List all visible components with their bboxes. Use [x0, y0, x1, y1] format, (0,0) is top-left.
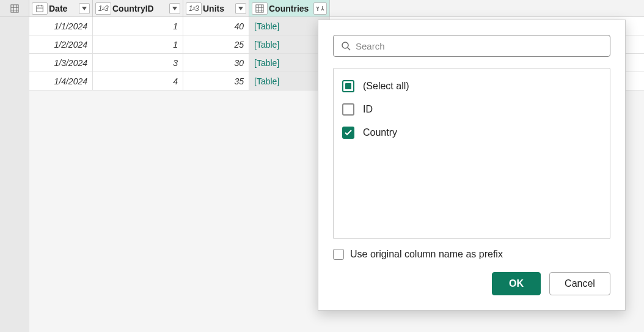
header-row: Date 123 CountryID 123 Units Countries [0, 0, 644, 17]
search-box[interactable] [333, 35, 610, 57]
cell-units[interactable]: 40 [183, 17, 249, 35]
column-header-countries[interactable]: Countries [249, 0, 330, 17]
row-number-gutter [0, 17, 29, 332]
svg-rect-0 [10, 4, 18, 12]
check-item-country[interactable]: Country [342, 121, 601, 144]
column-header-units[interactable]: 123 Units [183, 0, 249, 17]
filter-dropdown-icon[interactable] [169, 3, 180, 14]
number-type-icon: 123 [95, 2, 111, 15]
cell-date[interactable]: 1/2/2024 [29, 35, 93, 53]
check-label: ID [363, 104, 373, 115]
cell-date[interactable]: 1/4/2024 [29, 72, 93, 90]
checkbox-checked-icon[interactable] [342, 127, 354, 139]
calendar-icon [32, 2, 48, 15]
checkbox-unchecked-icon[interactable] [333, 249, 344, 260]
cell-units[interactable]: 35 [183, 72, 249, 90]
table-type-icon [252, 2, 268, 15]
ok-button[interactable]: OK [492, 272, 541, 295]
check-item-id[interactable]: ID [342, 98, 601, 121]
column-label: CountryID [112, 4, 167, 13]
search-input[interactable] [356, 41, 602, 51]
column-header-countryid[interactable]: 123 CountryID [93, 0, 183, 17]
cell-units[interactable]: 30 [183, 54, 249, 72]
number-type-icon: 123 [186, 2, 202, 15]
button-row: OK Cancel [333, 272, 610, 295]
cell-units[interactable]: 25 [183, 35, 249, 53]
column-header-date[interactable]: Date [29, 0, 93, 17]
filter-dropdown-icon[interactable] [235, 3, 246, 14]
checkbox-partial-icon[interactable] [342, 80, 354, 92]
check-item-select-all[interactable]: (Select all) [342, 75, 601, 98]
svg-line-15 [348, 48, 350, 50]
select-all-corner[interactable] [0, 0, 29, 17]
cell-date[interactable]: 1/3/2024 [29, 54, 93, 72]
cancel-button[interactable]: Cancel [549, 272, 610, 295]
cell-date[interactable]: 1/1/2024 [29, 17, 93, 35]
cell-countryid[interactable]: 1 [93, 17, 183, 35]
cell-countryid[interactable]: 3 [93, 54, 183, 72]
filter-dropdown-icon[interactable] [79, 3, 90, 14]
column-label: Countries [269, 4, 312, 13]
column-label: Units [203, 4, 233, 13]
check-label: (Select all) [363, 81, 409, 92]
check-label: Country [363, 127, 397, 138]
expand-columns-panel: (Select all) ID Country Use original col… [318, 20, 626, 311]
svg-rect-5 [37, 6, 43, 12]
svg-point-14 [342, 42, 348, 48]
prefix-option[interactable]: Use original column name as prefix [333, 249, 610, 260]
prefix-label: Use original column name as prefix [350, 249, 503, 260]
columns-checklist: (Select all) ID Country [333, 68, 610, 239]
table-icon [10, 4, 19, 13]
search-icon [341, 41, 351, 51]
column-label: Date [49, 4, 76, 13]
svg-rect-9 [256, 4, 263, 12]
checkbox-unchecked-icon[interactable] [342, 103, 354, 116]
cell-countryid[interactable]: 1 [93, 35, 183, 53]
expand-column-icon[interactable] [313, 2, 327, 15]
cell-countryid[interactable]: 4 [93, 72, 183, 90]
